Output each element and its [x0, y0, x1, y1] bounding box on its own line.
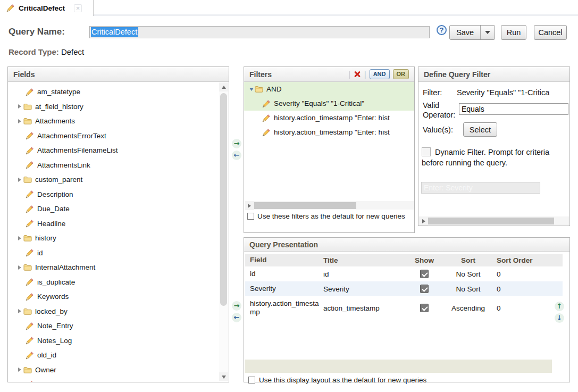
- define-horizontal-scrollbar[interactable]: [419, 216, 569, 225]
- expander-icon[interactable]: [16, 309, 23, 313]
- filter-item[interactable]: Severity "Equals" "1-Critical": [244, 96, 414, 111]
- field-item-Description[interactable]: Description: [8, 187, 219, 202]
- scrollbar-thumb[interactable]: [220, 93, 227, 306]
- field-item-AttachmentsFilenameList[interactable]: AttachmentsFilenameList: [8, 143, 219, 158]
- col-title: Title: [323, 256, 406, 264]
- filter-item[interactable]: history.action_timestamp "Enter: hist: [244, 111, 414, 125]
- presentation-row[interactable]: history.action_timestampaction_timestamp…: [245, 296, 563, 320]
- field-label: Notes_Log: [37, 337, 72, 345]
- field-item-Note_Entry[interactable]: Note_Entry: [8, 319, 219, 333]
- define-query-filter-panel: Define Query Filter Filter: Severity "Eq…: [418, 66, 570, 226]
- filters-tree: AND Severity "Equals" "1-Critical"histor…: [244, 82, 414, 201]
- save-dropdown-button[interactable]: [480, 26, 495, 39]
- move-down-icon[interactable]: ↓: [555, 313, 564, 323]
- scroll-right-icon[interactable]: [245, 201, 254, 210]
- scroll-down-icon[interactable]: [219, 372, 228, 381]
- remove-filter-arrow-icon[interactable]: ←: [232, 151, 241, 160]
- filter-group-and[interactable]: AND: [244, 82, 414, 96]
- expander-icon[interactable]: [16, 265, 23, 270]
- valid-operator-input[interactable]: [459, 103, 568, 115]
- show-checkbox[interactable]: [420, 304, 429, 312]
- cell-sort[interactable]: Ascending: [443, 304, 493, 312]
- expander-icon[interactable]: [16, 236, 23, 240]
- help-icon[interactable]: ?: [437, 25, 447, 35]
- record-type: Record Type: Defect: [9, 47, 84, 56]
- filters-horizontal-scrollbar[interactable]: [245, 201, 414, 210]
- cancel-button[interactable]: Cancel: [534, 25, 567, 40]
- field-item-Due_Date[interactable]: Due_Date: [8, 202, 219, 216]
- save-button[interactable]: Save: [450, 26, 480, 39]
- scroll-right-icon[interactable]: [419, 216, 428, 226]
- add-presentation-arrow-icon[interactable]: →: [232, 301, 241, 311]
- separator: |: [364, 70, 366, 79]
- presentation-row[interactable]: ididNo Sort0: [245, 266, 563, 281]
- filters-default-checkbox[interactable]: [247, 213, 254, 220]
- field-item-InternalAttachment[interactable]: InternalAttachment: [8, 260, 219, 275]
- field-item-AttachmentsErrorText[interactable]: AttachmentsErrorText: [8, 129, 219, 144]
- field-label: AttachmentsErrorText: [37, 132, 106, 140]
- col-sort-order: Sort Order: [493, 256, 563, 264]
- pencil-icon: [262, 114, 271, 122]
- fields-vertical-scrollbar[interactable]: [219, 82, 228, 381]
- dynamic-filter-checkbox[interactable]: [422, 147, 431, 156]
- field-item-Priority[interactable]: Priority: [8, 377, 219, 382]
- cell-sort[interactable]: No Sort: [443, 285, 493, 293]
- or-button[interactable]: OR: [393, 69, 409, 79]
- and-button[interactable]: AND: [370, 69, 390, 79]
- pencil-icon: [26, 380, 34, 382]
- select-values-button[interactable]: Select: [463, 122, 497, 137]
- expander-icon[interactable]: [16, 104, 23, 109]
- expander-icon[interactable]: [16, 119, 23, 123]
- field-label: Due_Date: [37, 205, 70, 213]
- folder-icon: [23, 176, 32, 183]
- layout-default-checkbox[interactable]: [248, 377, 255, 383]
- qp-panel-header: Query Presentation: [244, 238, 569, 252]
- filters-default-option: Use these filters as the default for new…: [247, 212, 411, 221]
- field-item-Attachments[interactable]: Attachments: [8, 114, 219, 129]
- delete-filter-icon[interactable]: [354, 71, 361, 78]
- expander-icon[interactable]: [16, 178, 23, 182]
- cell-sort-order[interactable]: 0: [493, 304, 563, 312]
- cell-field: history.action_timestamp: [245, 299, 323, 316]
- field-label: AttachmentsFilenameList: [37, 146, 118, 154]
- field-label: at_field_history: [35, 103, 83, 111]
- cell-sort[interactable]: No Sort: [443, 270, 493, 278]
- field-item-Owner[interactable]: Owner: [8, 363, 219, 378]
- field-item-history[interactable]: history: [8, 231, 219, 246]
- scrollbar-thumb[interactable]: [428, 218, 554, 224]
- field-item-Headline[interactable]: Headline: [8, 216, 219, 231]
- field-item-at_field_history[interactable]: at_field_history: [8, 99, 219, 114]
- field-label: Headline: [37, 220, 65, 228]
- query-name-input[interactable]: CriticalDefect: [89, 26, 430, 38]
- filter-value: Severity "Equals" "1-Critica: [457, 88, 549, 97]
- move-up-icon[interactable]: ↑: [555, 302, 564, 311]
- field-item-locked_by[interactable]: locked_by: [8, 304, 219, 319]
- show-checkbox[interactable]: [420, 270, 429, 278]
- field-item-old_id[interactable]: old_id: [8, 348, 219, 363]
- field-item-Keywords[interactable]: Keywords: [8, 289, 219, 304]
- folder-icon: [255, 86, 263, 93]
- expander-icon[interactable]: [248, 88, 255, 91]
- scroll-up-icon[interactable]: [219, 82, 228, 91]
- field-item-am_statetype[interactable]: am_statetype: [8, 85, 219, 99]
- field-item-is_duplicate[interactable]: is_duplicate: [8, 275, 219, 290]
- scrollbar-thumb[interactable]: [254, 202, 356, 209]
- presentation-row[interactable]: SeveritySeverityNo Sort0: [245, 281, 563, 296]
- cell-sort-order[interactable]: 0: [493, 285, 563, 293]
- expander-icon[interactable]: [16, 368, 23, 372]
- field-item-id[interactable]: id: [8, 246, 219, 261]
- filter-item[interactable]: history.action_timestamp "Enter: hist: [244, 125, 414, 139]
- cell-title: Severity: [323, 285, 406, 293]
- tab-bar: CriticalDefect ×: [0, 0, 578, 16]
- cell-sort-order[interactable]: 0: [493, 270, 563, 278]
- remove-presentation-arrow-icon[interactable]: ←: [232, 313, 241, 322]
- field-item-AttachmentsLink[interactable]: AttachmentsLink: [8, 158, 219, 173]
- field-item-custom_parent[interactable]: custom_parent: [8, 172, 219, 187]
- show-checkbox[interactable]: [420, 285, 429, 293]
- filters-panel-header: Filters | | AND OR: [244, 67, 414, 82]
- field-item-Notes_Log[interactable]: Notes_Log: [8, 333, 219, 348]
- tab-close-icon[interactable]: ×: [74, 4, 82, 12]
- add-filter-arrow-icon[interactable]: →: [232, 139, 241, 148]
- run-button[interactable]: Run: [501, 25, 526, 40]
- tab-criticaldefect[interactable]: CriticalDefect ×: [0, 0, 94, 16]
